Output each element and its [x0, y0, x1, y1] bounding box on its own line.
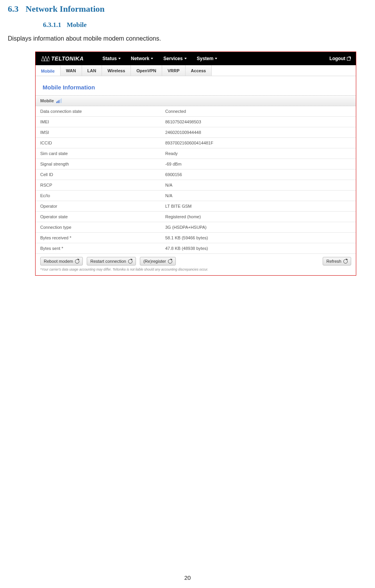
brand-logo: TELTONIKA [41, 55, 84, 62]
sub-tabs: Mobile WAN LAN Wireless OpenVPN VRRP Acc… [36, 65, 356, 76]
row-label: Operator [40, 204, 165, 208]
row-label: Operator state [40, 214, 165, 219]
row-value: 58.1 KB (59466 bytes) [165, 235, 208, 240]
table-row: Cell ID6900156 [36, 169, 356, 180]
row-value: 246020100944448 [165, 130, 201, 135]
table-row: RSCPN/A [36, 180, 356, 191]
logout-link[interactable]: Logout [329, 56, 350, 61]
panel-header: Mobile [36, 95, 356, 106]
table-row: IMEI861075024498503 [36, 117, 356, 127]
section-number: 6.3 [8, 4, 19, 14]
chevron-down-icon [184, 58, 187, 59]
menu-services[interactable]: Services [163, 56, 186, 61]
row-value: LT BITE GSM [165, 204, 191, 208]
row-value: 47.8 KB (48938 bytes) [165, 246, 208, 251]
section-title-text: Network Information [26, 4, 105, 14]
tab-mobile[interactable]: Mobile [36, 65, 61, 76]
menu-network[interactable]: Network [131, 56, 153, 61]
button-bar: Reboot modem Restart connection (Re)regi… [36, 254, 356, 267]
row-value: 8937002160600414481F [165, 141, 213, 145]
intro-paragraph: Displays information about mobile modem … [8, 35, 367, 42]
table-row: Data connection stateConnected [36, 106, 356, 117]
section-heading: 6.3Network Information [8, 4, 367, 14]
signal-strength-icon [56, 98, 62, 103]
restart-connection-label: Restart connection [90, 259, 126, 264]
menu-services-label: Services [163, 56, 182, 61]
refresh-icon [75, 259, 79, 264]
logout-label: Logout [329, 56, 345, 61]
refresh-icon [168, 259, 172, 264]
table-row: Connection type3G (HSDPA+HSUPA) [36, 222, 356, 233]
chevron-down-icon [118, 58, 121, 59]
disclaimer-footnote: *Your carrier's data usage accounting ma… [36, 267, 356, 275]
row-label: Signal strength [40, 162, 165, 166]
row-label: Bytes sent * [40, 246, 165, 251]
subsection-number: 6.3.1.1 [43, 21, 61, 29]
row-label: IMSI [40, 130, 165, 135]
row-value: N/A [165, 183, 172, 187]
row-label: Ec/Io [40, 193, 165, 198]
row-value: Registered (home) [165, 214, 201, 219]
table-row: Operator stateRegistered (home) [36, 212, 356, 222]
row-label: Connection type [40, 225, 165, 230]
tab-vrrp[interactable]: VRRP [162, 65, 186, 76]
restart-connection-button[interactable]: Restart connection [87, 257, 136, 265]
row-label: Sim card state [40, 151, 165, 156]
top-menu-group: Status Network Services System [102, 56, 217, 61]
top-navbar: TELTONIKA Status Network Services System… [36, 52, 356, 65]
tab-openvpn[interactable]: OpenVPN [131, 65, 162, 76]
row-value: N/A [165, 193, 172, 198]
row-value: 861075024498503 [165, 119, 201, 124]
subsection-title-text: Mobile [67, 21, 87, 29]
subsection-heading: 6.3.1.1Mobile [43, 21, 367, 29]
row-value: 6900156 [165, 172, 182, 177]
refresh-button[interactable]: Refresh [323, 257, 351, 265]
row-label: Cell ID [40, 172, 165, 177]
tab-wan[interactable]: WAN [61, 65, 82, 76]
menu-status-label: Status [102, 56, 117, 61]
panel-header-label: Mobile [40, 98, 54, 103]
reboot-modem-label: Reboot modem [44, 259, 73, 264]
page-title: Mobile Information [36, 76, 356, 95]
row-value: Connected [165, 109, 186, 114]
row-value: -69 dBm [165, 162, 182, 166]
menu-network-label: Network [131, 56, 149, 61]
table-row: OperatorLT BITE GSM [36, 201, 356, 212]
table-row: Bytes received *58.1 KB (59466 bytes) [36, 233, 356, 243]
refresh-icon [343, 259, 348, 264]
row-value: Ready [165, 151, 178, 156]
table-row: IMSI246020100944448 [36, 127, 356, 138]
logout-icon [347, 57, 350, 61]
tab-access[interactable]: Access [186, 65, 212, 76]
reregister-button[interactable]: (Re)register [140, 257, 176, 265]
tab-wireless[interactable]: Wireless [102, 65, 131, 76]
brand-text: TELTONIKA [51, 55, 84, 62]
chevron-down-icon [151, 58, 153, 59]
teltonika-logo-icon [41, 56, 50, 61]
menu-status[interactable]: Status [102, 56, 121, 61]
menu-system[interactable]: System [197, 56, 218, 61]
table-row: Bytes sent *47.8 KB (48938 bytes) [36, 243, 356, 254]
table-row: Signal strength-69 dBm [36, 159, 356, 169]
table-row: Sim card stateReady [36, 148, 356, 159]
router-ui-screenshot: TELTONIKA Status Network Services System… [35, 52, 356, 276]
info-table: Data connection stateConnected IMEI86107… [36, 106, 356, 254]
tab-lan[interactable]: LAN [82, 65, 102, 76]
row-label: Bytes received * [40, 235, 165, 240]
row-label: IMEI [40, 119, 165, 124]
row-label: ICCID [40, 141, 165, 145]
menu-system-label: System [197, 56, 214, 61]
reboot-modem-button[interactable]: Reboot modem [40, 257, 83, 265]
chevron-down-icon [215, 58, 217, 59]
refresh-icon [128, 259, 132, 264]
row-label: RSCP [40, 183, 165, 187]
reregister-label: (Re)register [143, 259, 166, 264]
row-value: 3G (HSDPA+HSUPA) [165, 225, 207, 230]
page-number: 20 [0, 574, 375, 581]
table-row: Ec/IoN/A [36, 191, 356, 201]
refresh-label: Refresh [326, 259, 341, 264]
table-row: ICCID8937002160600414481F [36, 138, 356, 148]
row-label: Data connection state [40, 109, 165, 114]
